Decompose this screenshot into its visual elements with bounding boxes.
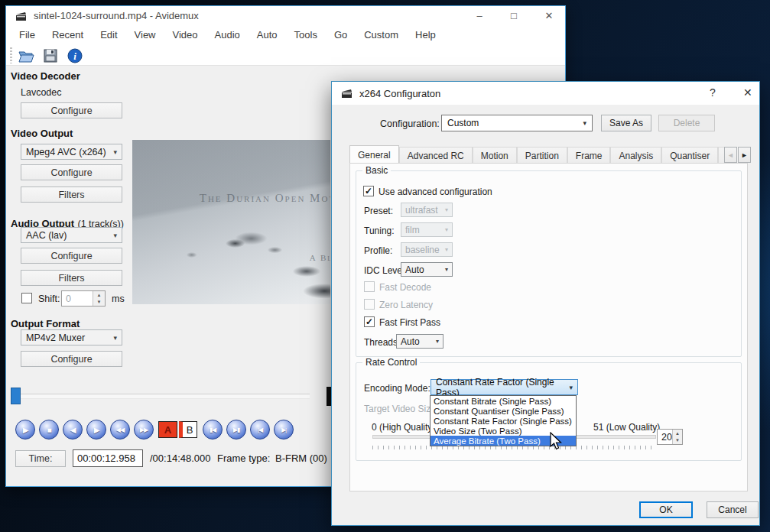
toolbar-handle[interactable] xyxy=(10,47,12,63)
seek-slider-handle[interactable] xyxy=(11,388,21,404)
idc-level-combo[interactable]: Auto▾ xyxy=(401,262,453,277)
video-output-configure-button[interactable]: Configure xyxy=(21,164,122,180)
tab-frame[interactable]: Frame xyxy=(567,147,611,164)
preset-label: Preset: xyxy=(364,206,393,216)
step-forward-icon: ▶ xyxy=(94,426,99,434)
option-constant-quantiser[interactable]: Constant Quantiser (Single Pass) xyxy=(430,406,576,416)
dialog-titlebar[interactable]: x264 Configuraton ? ✕ xyxy=(332,82,759,105)
preview-title-text: The Durian Open Movi xyxy=(200,192,330,205)
menu-go[interactable]: Go xyxy=(326,25,356,45)
threads-combo[interactable]: Auto▾ xyxy=(396,334,443,349)
output-format-combo[interactable]: MP4v2 Muxer ▾ xyxy=(21,329,122,345)
marker-a-button[interactable]: A xyxy=(158,421,177,438)
tab-advanced[interactable]: Advanced xyxy=(718,147,724,164)
quantiser-spinner[interactable]: 20 ▲▼ xyxy=(657,429,683,445)
stop-button[interactable]: ■ xyxy=(39,420,59,440)
menu-tools[interactable]: Tools xyxy=(286,25,326,45)
step-back-icon: ◀ xyxy=(70,426,76,434)
tab-analysis[interactable]: Analysis xyxy=(610,147,661,164)
seek-slider-track[interactable] xyxy=(11,394,310,399)
fast-first-pass-checkbox[interactable] xyxy=(364,316,375,327)
maximize-icon[interactable]: □ xyxy=(508,6,519,25)
spin-up-icon: ▲ xyxy=(93,291,105,299)
fast-forward-icon: ▶▶ xyxy=(140,427,148,433)
rate-control-group-legend: Rate Control xyxy=(362,357,420,368)
menu-edit[interactable]: Edit xyxy=(92,25,125,45)
cancel-button[interactable]: Cancel xyxy=(707,501,759,518)
next-frame-button[interactable]: ▶ xyxy=(86,420,106,440)
spin-down-icon: ▼ xyxy=(673,437,682,445)
tab-advanced-rc[interactable]: Advanced RC xyxy=(399,147,473,164)
ok-button[interactable]: OK xyxy=(639,501,693,518)
audio-output-combo[interactable]: AAC (lav) ▾ xyxy=(21,227,122,243)
encoding-mode-label: Encoding Mode: xyxy=(364,383,430,394)
backward-keyframe-button[interactable]: ◀◀ xyxy=(110,420,130,440)
menu-video[interactable]: Video xyxy=(164,25,206,45)
chevron-down-icon: ▾ xyxy=(583,119,586,127)
previous-frame-button[interactable]: ◀ xyxy=(63,420,83,440)
tab-general[interactable]: General xyxy=(349,145,399,164)
menu-custom[interactable]: Custom xyxy=(356,25,407,45)
info-icon[interactable]: i xyxy=(66,47,84,65)
open-file-icon[interactable] xyxy=(17,47,35,65)
mouse-cursor xyxy=(550,432,563,451)
time-input[interactable] xyxy=(73,449,143,467)
chevron-down-icon: ▾ xyxy=(436,338,439,345)
configuration-label: Configuration: xyxy=(380,118,440,129)
tab-quantiser[interactable]: Quantiser xyxy=(661,147,718,164)
go-to-start-button[interactable]: |◀ xyxy=(250,420,270,440)
option-constant-bitrate[interactable]: Constant Bitrate (Single Pass) xyxy=(430,396,576,406)
audio-filters-button[interactable]: Filters xyxy=(21,270,122,286)
close-icon[interactable]: ✕ xyxy=(544,6,554,25)
video-preview: The Durian Open Movi A Ble xyxy=(132,140,330,304)
dialog-close-icon[interactable]: ✕ xyxy=(743,86,752,99)
go-to-end-button[interactable]: ▶| xyxy=(274,420,294,440)
save-icon[interactable] xyxy=(41,47,60,65)
fast-decode-checkbox xyxy=(364,281,375,292)
menu-recent[interactable]: Recent xyxy=(44,25,92,45)
shift-unit: ms xyxy=(112,294,125,304)
video-filters-button[interactable]: Filters xyxy=(21,187,122,203)
forward-keyframe-button[interactable]: ▶▶ xyxy=(134,420,154,440)
video-output-combo[interactable]: Mpeg4 AVC (x264) ▾ xyxy=(21,144,122,160)
configuration-combo[interactable]: Custom ▾ xyxy=(441,115,593,131)
shift-spinner[interactable]: 0 ▲▼ xyxy=(61,290,106,307)
option-constant-rate-factor[interactable]: Constant Rate Factor (Single Pass) xyxy=(430,416,576,426)
frame-type-label: Frame type: xyxy=(217,453,270,464)
chevron-down-icon: ▾ xyxy=(113,148,117,156)
save-as-button[interactable]: Save As xyxy=(601,115,651,131)
previous-black-frame-button[interactable]: ▮◀ xyxy=(203,420,223,440)
play-button[interactable]: ▶ xyxy=(15,420,35,440)
time-button[interactable]: Time: xyxy=(15,450,66,467)
minimize-icon[interactable]: – xyxy=(474,6,485,25)
tab-scroll-left-button[interactable]: ◄ xyxy=(724,147,737,163)
chevron-down-icon: ▾ xyxy=(445,266,448,273)
chevron-down-icon: ▾ xyxy=(113,232,117,239)
menu-audio[interactable]: Audio xyxy=(206,25,249,45)
menu-file[interactable]: File xyxy=(11,25,44,45)
chevron-down-icon: ▾ xyxy=(569,384,573,391)
video-decoder-configure-button[interactable]: Configure xyxy=(21,102,122,118)
main-titlebar[interactable]: sintel-1024-surround.mp4 - Avidemux – □ … xyxy=(6,6,565,25)
next-black-frame-button[interactable]: ▶▮ xyxy=(226,420,246,440)
menu-auto[interactable]: Auto xyxy=(249,25,286,45)
menu-view[interactable]: View xyxy=(126,25,164,45)
shift-checkbox[interactable] xyxy=(21,293,32,303)
marker-a-icon: A xyxy=(164,424,171,436)
use-advanced-configuration-label: Use advanced configuration xyxy=(379,187,492,197)
use-advanced-configuration-checkbox[interactable] xyxy=(363,186,374,196)
delete-button[interactable]: Delete xyxy=(658,115,715,131)
tab-partition[interactable]: Partition xyxy=(517,147,567,164)
fast-first-pass-label: Fast First Pass xyxy=(379,317,440,328)
zero-latency-checkbox xyxy=(364,299,375,310)
output-format-configure-button[interactable]: Configure xyxy=(21,351,122,367)
tab-bar: General Advanced RC Motion Partition Fra… xyxy=(349,145,724,164)
marker-b-button[interactable]: B xyxy=(179,421,197,438)
output-format-heading: Output Format xyxy=(11,318,80,329)
tab-scroll-right-button[interactable]: ► xyxy=(738,147,751,163)
dialog-help-icon[interactable]: ? xyxy=(710,86,716,99)
encoding-mode-combo[interactable]: Constant Rate Factor (Single Pass) ▾ xyxy=(430,379,578,395)
tab-motion[interactable]: Motion xyxy=(473,147,517,164)
menu-help[interactable]: Help xyxy=(407,25,444,45)
audio-configure-button[interactable]: Configure xyxy=(21,248,122,264)
